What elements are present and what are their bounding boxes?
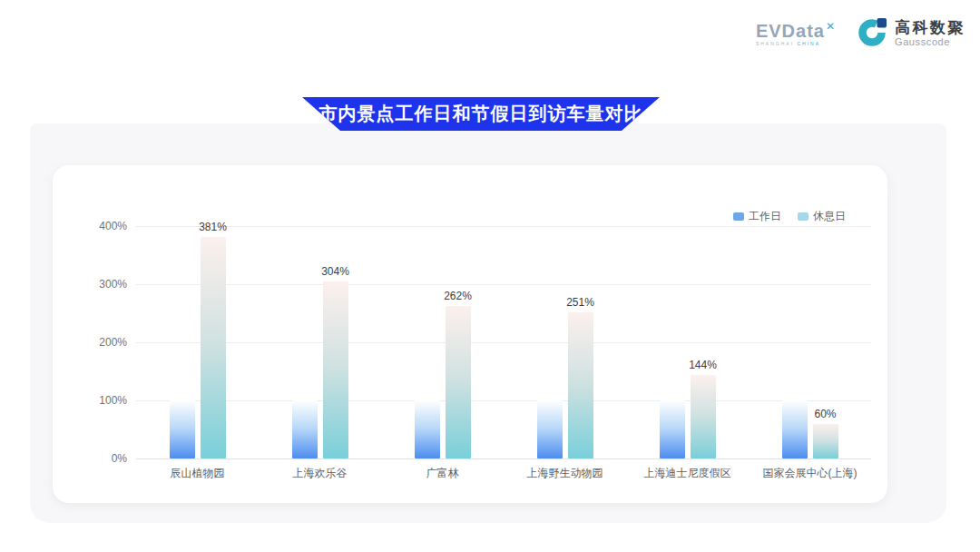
gridline xyxy=(136,400,871,401)
title-banner: 市内景点工作日和节假日到访车量对比 xyxy=(302,97,660,131)
y-axis-tick: 300% xyxy=(56,278,127,291)
gausscode-icon xyxy=(858,16,888,51)
bar-workday[interactable] xyxy=(415,400,440,458)
bar-holiday[interactable] xyxy=(323,281,348,458)
gausscode-name-cn: 高科数聚 xyxy=(895,20,965,37)
legend-item-休息日[interactable]: 休息日 xyxy=(798,209,846,224)
gausscode-name-en: Gausscode xyxy=(895,36,965,47)
gausscode-logo: 高科数聚 Gausscode xyxy=(858,16,965,51)
bar-value-label: 304% xyxy=(321,265,349,278)
bar-workday[interactable] xyxy=(537,400,563,458)
x-axis-label: 广富林 xyxy=(426,466,459,481)
bar-workday[interactable] xyxy=(170,400,195,458)
gridline xyxy=(136,458,871,459)
legend-label: 工作日 xyxy=(749,209,781,224)
bar-holiday[interactable] xyxy=(446,306,471,458)
legend: 工作日休息日 xyxy=(733,209,846,224)
y-axis-tick: 200% xyxy=(56,336,127,349)
x-axis-label: 上海欢乐谷 xyxy=(293,466,348,481)
gridline xyxy=(136,226,871,227)
page-title: 市内景点工作日和节假日到访车量对比 xyxy=(319,102,643,126)
evdata-x-icon: ✕ xyxy=(826,20,835,33)
bar-holiday[interactable] xyxy=(691,375,716,458)
legend-item-工作日[interactable]: 工作日 xyxy=(733,209,781,224)
x-axis-label: 上海野生动物园 xyxy=(527,466,603,481)
bar-workday[interactable] xyxy=(782,400,808,458)
bar-value-label: 60% xyxy=(814,408,836,420)
legend-label: 休息日 xyxy=(813,209,846,224)
chart-card: 工作日休息日 0%100%200%300%400%辰山植物园381%上海欢乐谷3… xyxy=(53,165,887,503)
y-axis-tick: 400% xyxy=(56,220,127,232)
bar-workday[interactable] xyxy=(660,400,685,458)
y-axis-tick: 100% xyxy=(56,394,127,407)
bar-holiday[interactable] xyxy=(201,237,226,458)
evdata-logo-subtext: SHANGHAI CHINA xyxy=(756,42,834,46)
evdata-logo-text: EVData xyxy=(756,21,825,41)
bar-value-label: 262% xyxy=(444,290,472,302)
y-axis-tick: 0% xyxy=(56,452,127,465)
bar-workday[interactable] xyxy=(292,400,318,458)
x-axis-label: 上海迪士尼度假区 xyxy=(644,466,731,481)
chart-panel: 工作日休息日 0%100%200%300%400%辰山植物园381%上海欢乐谷3… xyxy=(30,123,946,523)
x-axis-label: 国家会展中心(上海) xyxy=(763,466,858,481)
gridline xyxy=(136,342,871,343)
bar-value-label: 144% xyxy=(689,359,717,371)
gridline xyxy=(136,284,871,285)
legend-swatch xyxy=(733,212,744,221)
bar-holiday[interactable] xyxy=(813,424,838,458)
bar-holiday[interactable] xyxy=(568,312,593,458)
bar-value-label: 251% xyxy=(566,296,594,309)
bar-value-label: 381% xyxy=(199,221,227,233)
evdata-logo: EVData✕ SHANGHAI CHINA xyxy=(756,22,843,46)
x-axis-label: 辰山植物园 xyxy=(171,466,225,481)
header-logos: EVData✕ SHANGHAI CHINA 高科数聚 Gausscode xyxy=(756,16,965,51)
legend-swatch xyxy=(798,212,808,221)
